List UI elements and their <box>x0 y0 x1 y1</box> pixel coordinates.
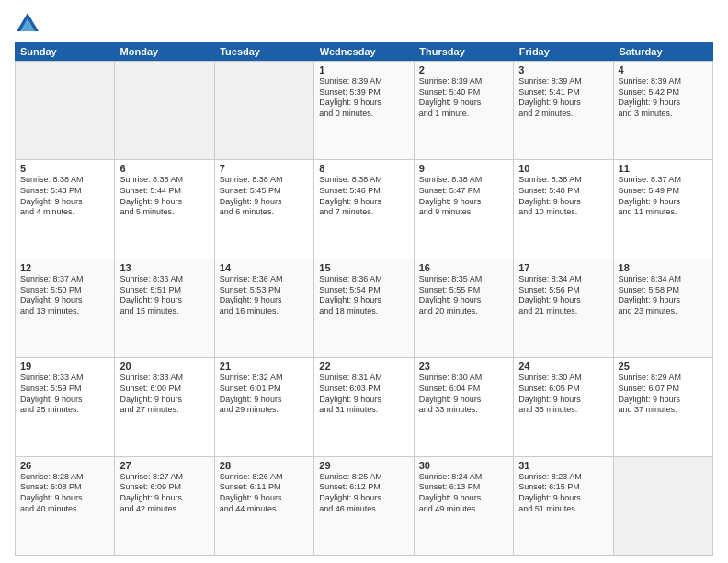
day-number-18: 18 <box>619 262 708 273</box>
day-number-7: 7 <box>220 163 309 174</box>
day-number-1: 1 <box>319 64 408 75</box>
day-cell-13: 13Sunrise: 8:36 AM Sunset: 5:51 PM Dayli… <box>115 259 214 357</box>
page: SundayMondayTuesdayWednesdayThursdayFrid… <box>0 0 728 563</box>
day-number-13: 13 <box>119 262 209 273</box>
empty-cell-r0c1 <box>115 62 214 159</box>
empty-cell-r0c2 <box>215 62 314 159</box>
day-number-20: 20 <box>119 361 209 372</box>
day-cell-25: 25Sunrise: 8:29 AM Sunset: 6:07 PM Dayli… <box>614 358 713 455</box>
weekday-header-friday: Friday <box>514 42 614 61</box>
day-number-23: 23 <box>419 361 508 372</box>
weekday-header-monday: Monday <box>115 42 215 61</box>
day-cell-21: 21Sunrise: 8:32 AM Sunset: 6:01 PM Dayli… <box>215 358 314 455</box>
day-cell-27: 27Sunrise: 8:27 AM Sunset: 6:09 PM Dayli… <box>115 457 214 555</box>
day-number-15: 15 <box>319 262 408 273</box>
calendar-row-4: 26Sunrise: 8:28 AM Sunset: 6:08 PM Dayli… <box>16 457 713 556</box>
day-cell-15: 15Sunrise: 8:36 AM Sunset: 5:54 PM Dayli… <box>314 259 414 357</box>
day-info-25: Sunrise: 8:29 AM Sunset: 6:07 PM Dayligh… <box>619 373 708 416</box>
day-cell-1: 1Sunrise: 8:39 AM Sunset: 5:39 PM Daylig… <box>314 62 414 159</box>
day-number-30: 30 <box>419 460 508 471</box>
day-cell-11: 11Sunrise: 8:37 AM Sunset: 5:49 PM Dayli… <box>614 160 713 258</box>
day-info-20: Sunrise: 8:33 AM Sunset: 6:00 PM Dayligh… <box>119 373 209 416</box>
day-info-21: Sunrise: 8:32 AM Sunset: 6:01 PM Dayligh… <box>220 373 309 416</box>
day-cell-12: 12Sunrise: 8:37 AM Sunset: 5:50 PM Dayli… <box>16 259 115 357</box>
day-number-25: 25 <box>619 361 708 372</box>
day-info-6: Sunrise: 8:38 AM Sunset: 5:44 PM Dayligh… <box>119 175 209 218</box>
day-number-27: 27 <box>119 460 209 471</box>
day-number-8: 8 <box>319 163 408 174</box>
day-number-24: 24 <box>518 361 608 372</box>
day-cell-31: 31Sunrise: 8:23 AM Sunset: 6:15 PM Dayli… <box>514 457 613 555</box>
day-cell-10: 10Sunrise: 8:38 AM Sunset: 5:48 PM Dayli… <box>514 160 613 258</box>
day-cell-23: 23Sunrise: 8:30 AM Sunset: 6:04 PM Dayli… <box>415 358 514 455</box>
day-cell-16: 16Sunrise: 8:35 AM Sunset: 5:55 PM Dayli… <box>415 259 514 357</box>
day-info-4: Sunrise: 8:39 AM Sunset: 5:42 PM Dayligh… <box>619 76 708 120</box>
day-cell-17: 17Sunrise: 8:34 AM Sunset: 5:56 PM Dayli… <box>514 259 613 357</box>
day-info-10: Sunrise: 8:38 AM Sunset: 5:48 PM Dayligh… <box>518 175 608 218</box>
day-number-14: 14 <box>220 262 309 273</box>
day-cell-19: 19Sunrise: 8:33 AM Sunset: 5:59 PM Dayli… <box>16 358 115 455</box>
day-number-12: 12 <box>20 262 109 273</box>
day-info-11: Sunrise: 8:37 AM Sunset: 5:49 PM Dayligh… <box>619 175 708 218</box>
empty-cell-r0c0 <box>16 62 115 159</box>
day-info-28: Sunrise: 8:26 AM Sunset: 6:11 PM Dayligh… <box>220 472 309 515</box>
day-info-2: Sunrise: 8:39 AM Sunset: 5:40 PM Dayligh… <box>419 76 508 120</box>
calendar-row-0: 1Sunrise: 8:39 AM Sunset: 5:39 PM Daylig… <box>16 62 713 160</box>
day-cell-6: 6Sunrise: 8:38 AM Sunset: 5:44 PM Daylig… <box>115 160 214 258</box>
day-number-19: 19 <box>20 361 109 372</box>
day-cell-29: 29Sunrise: 8:25 AM Sunset: 6:12 PM Dayli… <box>314 457 414 555</box>
calendar-row-1: 5Sunrise: 8:38 AM Sunset: 5:43 PM Daylig… <box>16 160 713 259</box>
day-info-3: Sunrise: 8:39 AM Sunset: 5:41 PM Dayligh… <box>518 76 608 120</box>
day-cell-22: 22Sunrise: 8:31 AM Sunset: 6:03 PM Dayli… <box>314 358 414 455</box>
day-cell-4: 4Sunrise: 8:39 AM Sunset: 5:42 PM Daylig… <box>614 62 713 159</box>
day-number-28: 28 <box>220 460 309 471</box>
day-info-5: Sunrise: 8:38 AM Sunset: 5:43 PM Dayligh… <box>20 175 109 218</box>
day-number-22: 22 <box>319 361 408 372</box>
day-number-31: 31 <box>518 460 608 471</box>
day-info-14: Sunrise: 8:36 AM Sunset: 5:53 PM Dayligh… <box>220 274 309 317</box>
day-cell-20: 20Sunrise: 8:33 AM Sunset: 6:00 PM Dayli… <box>115 358 214 455</box>
day-number-10: 10 <box>518 163 608 174</box>
weekday-header-thursday: Thursday <box>414 42 514 61</box>
weekday-header-saturday: Saturday <box>613 42 713 61</box>
day-number-4: 4 <box>619 64 708 75</box>
day-info-7: Sunrise: 8:38 AM Sunset: 5:45 PM Dayligh… <box>220 175 309 218</box>
day-number-29: 29 <box>319 460 408 471</box>
day-info-29: Sunrise: 8:25 AM Sunset: 6:12 PM Dayligh… <box>319 472 408 515</box>
day-cell-5: 5Sunrise: 8:38 AM Sunset: 5:43 PM Daylig… <box>16 160 115 258</box>
weekday-header-tuesday: Tuesday <box>214 42 314 61</box>
day-info-12: Sunrise: 8:37 AM Sunset: 5:50 PM Dayligh… <box>20 274 109 317</box>
day-cell-26: 26Sunrise: 8:28 AM Sunset: 6:08 PM Dayli… <box>16 457 115 555</box>
day-info-13: Sunrise: 8:36 AM Sunset: 5:51 PM Dayligh… <box>119 274 209 317</box>
day-cell-24: 24Sunrise: 8:30 AM Sunset: 6:05 PM Dayli… <box>514 358 613 455</box>
day-info-31: Sunrise: 8:23 AM Sunset: 6:15 PM Dayligh… <box>518 472 608 515</box>
calendar-row-2: 12Sunrise: 8:37 AM Sunset: 5:50 PM Dayli… <box>16 259 713 358</box>
day-info-15: Sunrise: 8:36 AM Sunset: 5:54 PM Dayligh… <box>319 274 408 317</box>
day-cell-30: 30Sunrise: 8:24 AM Sunset: 6:13 PM Dayli… <box>415 457 514 555</box>
day-info-9: Sunrise: 8:38 AM Sunset: 5:47 PM Dayligh… <box>419 175 508 218</box>
calendar-header: SundayMondayTuesdayWednesdayThursdayFrid… <box>15 42 713 61</box>
day-cell-3: 3Sunrise: 8:39 AM Sunset: 5:41 PM Daylig… <box>514 62 613 159</box>
day-number-9: 9 <box>419 163 508 174</box>
day-number-5: 5 <box>20 163 109 174</box>
day-info-16: Sunrise: 8:35 AM Sunset: 5:55 PM Dayligh… <box>419 274 508 317</box>
day-number-3: 3 <box>518 64 608 75</box>
day-number-17: 17 <box>518 262 608 273</box>
day-number-6: 6 <box>119 163 209 174</box>
logo <box>15 11 44 37</box>
day-cell-2: 2Sunrise: 8:39 AM Sunset: 5:40 PM Daylig… <box>415 62 514 159</box>
calendar-body: 1Sunrise: 8:39 AM Sunset: 5:39 PM Daylig… <box>15 61 713 556</box>
calendar: SundayMondayTuesdayWednesdayThursdayFrid… <box>15 42 713 556</box>
day-info-1: Sunrise: 8:39 AM Sunset: 5:39 PM Dayligh… <box>319 76 408 120</box>
day-number-26: 26 <box>20 460 109 471</box>
day-info-8: Sunrise: 8:38 AM Sunset: 5:46 PM Dayligh… <box>319 175 408 218</box>
day-info-27: Sunrise: 8:27 AM Sunset: 6:09 PM Dayligh… <box>119 472 209 515</box>
day-number-2: 2 <box>419 64 508 75</box>
day-info-22: Sunrise: 8:31 AM Sunset: 6:03 PM Dayligh… <box>319 373 408 416</box>
day-info-17: Sunrise: 8:34 AM Sunset: 5:56 PM Dayligh… <box>518 274 608 317</box>
day-cell-8: 8Sunrise: 8:38 AM Sunset: 5:46 PM Daylig… <box>314 160 414 258</box>
weekday-header-wednesday: Wednesday <box>314 42 415 61</box>
weekday-header-sunday: Sunday <box>15 42 115 61</box>
day-number-11: 11 <box>619 163 708 174</box>
day-info-23: Sunrise: 8:30 AM Sunset: 6:04 PM Dayligh… <box>419 373 508 416</box>
